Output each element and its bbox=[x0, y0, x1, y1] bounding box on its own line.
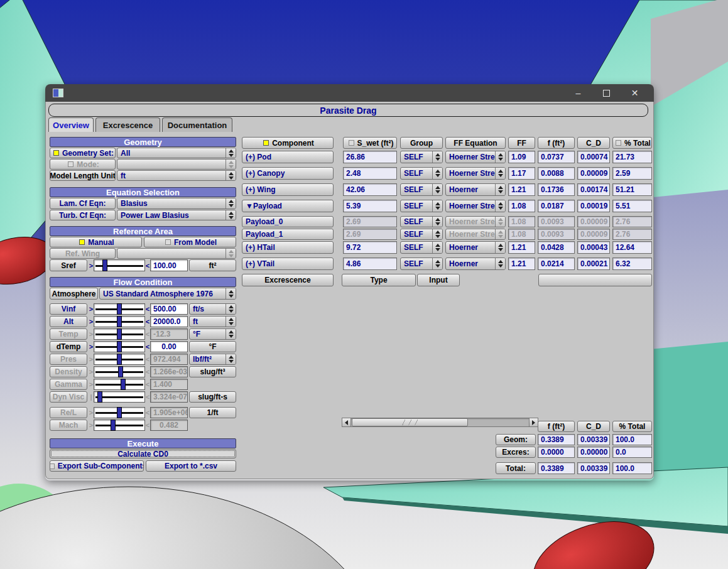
slider-max-arrow[interactable]: < bbox=[145, 303, 150, 315]
slider-min-arrow[interactable]: > bbox=[89, 316, 94, 327]
calculate-cd0-button[interactable]: Calculate CD0 bbox=[50, 449, 236, 458]
component-row-htail[interactable]: (+) HTail bbox=[242, 241, 334, 254]
excrescence-button[interactable]: Excrescence bbox=[242, 274, 334, 286]
export-sub-components-toggle[interactable]: Export Sub-Components bbox=[50, 460, 144, 472]
component-row-payload-0[interactable]: Payload_0 bbox=[242, 216, 334, 227]
updown-arrows-icon bbox=[225, 160, 236, 169]
export-sub-components-label: Export Sub-Components bbox=[58, 462, 144, 470]
vtail-swet-field[interactable]: 4.86 bbox=[343, 257, 397, 270]
alt-slider[interactable] bbox=[94, 316, 145, 327]
payload-swet-field[interactable]: 5.39 bbox=[343, 200, 397, 212]
lam-cf-eqn-choice[interactable]: Blasius bbox=[117, 198, 236, 209]
alt-unit-choice[interactable]: ft bbox=[189, 316, 236, 327]
component-row-pod[interactable]: (+) Pod bbox=[242, 151, 334, 163]
htail-group-choice[interactable]: SELF bbox=[400, 241, 443, 254]
payload1-pct-value: 2.76 bbox=[612, 229, 652, 240]
totals-f-header: f (ft²) bbox=[538, 421, 575, 432]
pod-cd-value: 0.00074 bbox=[577, 151, 610, 163]
rel-slider bbox=[94, 407, 145, 418]
tab-excrescence[interactable]: Excrescence bbox=[95, 117, 160, 132]
checkbox-unchecked-icon bbox=[50, 463, 55, 469]
slider-min-arrow[interactable]: > bbox=[89, 303, 94, 315]
vtail-group-choice[interactable]: SELF bbox=[400, 257, 443, 270]
payload-ff-equation-choice[interactable]: Hoerner Stre bbox=[445, 200, 506, 212]
tab-overview[interactable]: Overview bbox=[48, 117, 94, 132]
pct-total-column-header[interactable]: % Total bbox=[612, 137, 652, 149]
swet-header-label: S_wet (ft²) bbox=[357, 139, 394, 148]
vtail-ff-equation-choice[interactable]: Hoerner bbox=[445, 257, 506, 270]
slider-max-arrow[interactable]: < bbox=[145, 316, 150, 327]
payload0-group-choice[interactable]: SELF bbox=[400, 216, 443, 227]
pod-group-choice[interactable]: SELF bbox=[400, 151, 443, 163]
dtemp-unit-button[interactable]: °F bbox=[189, 341, 236, 352]
pod-swet-field[interactable]: 26.86 bbox=[343, 151, 397, 163]
dyn-visc-unit-button[interactable]: slug/ft-s bbox=[189, 391, 236, 403]
geometry-set-choice[interactable]: All bbox=[117, 148, 236, 158]
vtail-ff-value: 1.21 bbox=[508, 257, 535, 270]
geometry-set-toggle[interactable]: Geometry Set: bbox=[50, 148, 116, 158]
payload1-group-choice[interactable]: SELF bbox=[400, 229, 443, 240]
close-button[interactable]: ✕ bbox=[621, 84, 649, 102]
horizontal-scrollbar[interactable] bbox=[342, 418, 538, 427]
component-row-wing[interactable]: (+) Wing bbox=[242, 183, 334, 196]
scrollbar-track[interactable] bbox=[351, 418, 529, 426]
maximize-button[interactable] bbox=[592, 84, 621, 102]
model-length-unit-label: Model Length Unit bbox=[50, 170, 116, 181]
canopy-ff-equation-choice[interactable]: Hoerner Stre bbox=[445, 167, 506, 180]
swet-column-header[interactable]: S_wet (ft²) bbox=[343, 137, 397, 149]
canopy-cd-value: 0.00009 bbox=[577, 167, 610, 180]
group-column-header: Group bbox=[400, 137, 443, 149]
choice-value: SELF bbox=[401, 258, 432, 269]
component-column-header[interactable]: Component bbox=[242, 137, 334, 149]
total-pct-value: 100.0 bbox=[612, 462, 652, 474]
sref-unit-button[interactable]: ft² bbox=[189, 259, 236, 271]
slider-max-arrow[interactable]: < bbox=[145, 259, 150, 271]
wing-ff-equation-choice[interactable]: Hoerner bbox=[445, 183, 506, 196]
window-titlebar[interactable]: – ✕ bbox=[45, 84, 654, 102]
pod-ff-equation-choice[interactable]: Hoerner Stre bbox=[445, 151, 506, 163]
canopy-swet-field[interactable]: 2.48 bbox=[343, 167, 397, 180]
vinf-unit-choice[interactable]: ft/s bbox=[189, 303, 236, 315]
component-row-canopy[interactable]: (+) Canopy bbox=[242, 167, 334, 180]
slider-min-arrow[interactable]: > bbox=[89, 341, 94, 352]
slider-min-arrow[interactable]: > bbox=[89, 259, 94, 271]
atmosphere-choice[interactable]: US Standard Atmosphere 1976 bbox=[99, 288, 236, 300]
slider-max-arrow[interactable]: < bbox=[145, 341, 150, 352]
minimize-button[interactable]: – bbox=[564, 84, 592, 102]
excres-f-value: 0.0000 bbox=[538, 447, 575, 458]
density-unit-button[interactable]: slug/ft³ bbox=[189, 366, 236, 377]
tab-documentation[interactable]: Documentation bbox=[162, 117, 232, 132]
pres-unit-choice[interactable]: lbf/ft² bbox=[189, 354, 236, 365]
component-row-vtail[interactable]: (+) VTail bbox=[242, 257, 334, 270]
export-csv-button[interactable]: Export to *.csv bbox=[146, 460, 236, 472]
temp-unit-choice[interactable]: °F bbox=[189, 328, 236, 340]
component-row-payload-1[interactable]: Payload_1 bbox=[242, 229, 334, 240]
wing-swet-field[interactable]: 42.06 bbox=[343, 183, 397, 196]
payload-group-choice[interactable]: SELF bbox=[400, 200, 443, 212]
alt-input[interactable]: 20000.0 bbox=[150, 316, 188, 327]
dtemp-input[interactable]: 0.00 bbox=[150, 341, 188, 352]
turb-cf-eqn-choice[interactable]: Power Law Blasius bbox=[117, 210, 236, 220]
scroll-left-button[interactable] bbox=[342, 418, 351, 426]
htail-swet-field[interactable]: 9.72 bbox=[343, 241, 397, 254]
slider-max-arrow: < bbox=[145, 391, 150, 403]
vinf-slider[interactable] bbox=[94, 303, 145, 315]
dtemp-slider[interactable] bbox=[94, 341, 145, 352]
model-length-unit-choice[interactable]: ft bbox=[117, 170, 236, 181]
vinf-input[interactable]: 500.00 bbox=[150, 303, 188, 315]
from-model-toggle[interactable]: From Model bbox=[144, 237, 236, 247]
total-label: Total: bbox=[496, 462, 536, 474]
payload-f-value: 0.0187 bbox=[538, 200, 575, 212]
ff-column-header: FF bbox=[508, 137, 535, 149]
htail-ff-equation-choice[interactable]: Hoerner bbox=[445, 241, 506, 254]
sref-input[interactable]: 100.00 bbox=[150, 259, 188, 271]
wing-group-choice[interactable]: SELF bbox=[400, 183, 443, 196]
scroll-right-button[interactable] bbox=[529, 418, 538, 426]
canopy-group-choice[interactable]: SELF bbox=[400, 167, 443, 180]
scrollbar-thumb[interactable] bbox=[352, 418, 468, 426]
sref-slider[interactable] bbox=[94, 259, 145, 271]
gamma-label: Gamma bbox=[50, 379, 87, 390]
manual-ref-toggle[interactable]: Manual bbox=[50, 237, 142, 247]
component-row-payload[interactable]: ▼Payload bbox=[242, 200, 334, 212]
rel-unit-button[interactable]: 1/ft bbox=[189, 407, 236, 418]
